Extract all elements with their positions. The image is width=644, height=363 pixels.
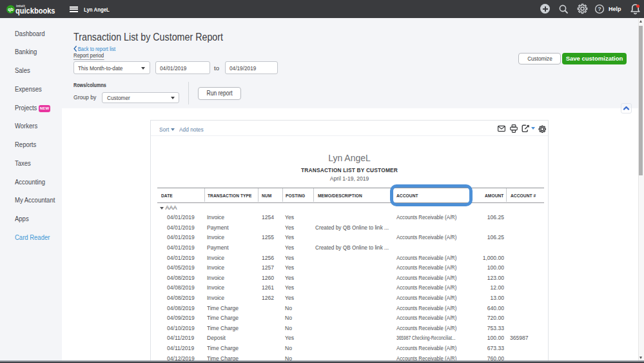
svg-text:?: ?: [598, 6, 601, 12]
